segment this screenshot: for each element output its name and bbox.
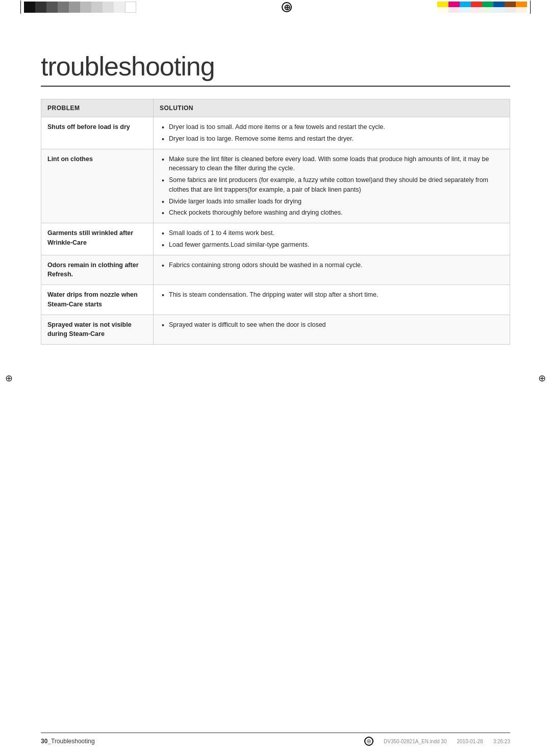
table-row: Odors remain in clothing after Refresh.F… <box>41 255 510 285</box>
table-row: Lint on clothesMake sure the lint filter… <box>41 149 510 223</box>
table-row: Sprayed water is not visible during Stea… <box>41 315 510 345</box>
footer-section: Troubleshooting <box>51 738 95 745</box>
page-title: troubleshooting <box>41 51 510 87</box>
footer-divider <box>41 733 510 733</box>
footer-file-info: DV350-02821A_EN.indd 30 <box>384 739 446 744</box>
problem-cell: Odors remain in clothing after Refresh. <box>41 255 154 285</box>
footer-time: 3:26:23 <box>493 739 510 744</box>
reg-mark-right: ⊕ <box>538 373 546 384</box>
solution-cell: Fabrics containing strong odors should b… <box>154 255 510 285</box>
color-block-lt-brown <box>505 7 516 13</box>
footer-date: 2010-01-28 <box>457 739 483 744</box>
footer-reg-mark: ⊕ <box>364 737 373 746</box>
color-block-brown <box>505 2 516 7</box>
solution-item: Dryer load is too large. Remove some ite… <box>160 134 504 144</box>
solution-item: Make sure the lint filter is cleaned bef… <box>160 154 504 174</box>
color-block-lt-magenta <box>448 7 460 13</box>
color-block <box>114 2 125 13</box>
color-block <box>91 2 103 13</box>
color-block-lt-blue <box>493 7 505 13</box>
right-color-blocks <box>437 2 527 13</box>
color-block-blue <box>493 2 505 7</box>
color-block-lt-cyan <box>460 7 471 13</box>
solution-item: Fabrics containing strong odors should b… <box>160 260 504 270</box>
header-solution: SOLUTION <box>154 99 510 117</box>
solution-item: Small loads of 1 to 4 items work best. <box>160 228 504 238</box>
registration-circle: ⊕ <box>282 2 292 12</box>
header-problem: PROBLEM <box>41 99 154 117</box>
table-header-row: PROBLEM SOLUTION <box>41 99 510 117</box>
color-block-magenta <box>448 2 460 7</box>
problem-cell: Water drips from nozzle when Steam-Care … <box>41 285 154 315</box>
problem-cell: Sprayed water is not visible during Stea… <box>41 315 154 345</box>
problem-cell: Lint on clothes <box>41 149 154 223</box>
problem-cell: Shuts off before load is dry <box>41 117 154 149</box>
solution-item: This is steam condensation. The dripping… <box>160 290 504 300</box>
color-block <box>58 2 69 13</box>
footer-page-number: 30_ <box>41 738 51 745</box>
color-block-yellow <box>437 2 448 7</box>
solution-item: Some fabrics are lint producers (for exa… <box>160 175 504 195</box>
reg-mark-left: ⊕ <box>5 373 13 384</box>
solution-cell: Dryer load is too small. Add more items … <box>154 117 510 149</box>
color-block-orange <box>516 2 527 7</box>
solution-cell: This is steam condensation. The dripping… <box>154 285 510 315</box>
solution-item: Check pockets thoroughly before washing … <box>160 208 504 218</box>
troubleshoot-table: PROBLEM SOLUTION Shuts off before load i… <box>41 99 510 345</box>
table-row: Water drips from nozzle when Steam-Care … <box>41 285 510 315</box>
reg-mark-center: ⊕ <box>282 2 292 12</box>
solution-item: Divide larger loads into smaller loads f… <box>160 197 504 206</box>
color-block-cyan <box>460 2 471 7</box>
solution-cell: Make sure the lint filter is cleaned bef… <box>154 149 510 223</box>
color-block-lt-yellow <box>437 7 448 13</box>
top-color-bar: ⊕ <box>0 0 551 14</box>
solution-cell: Small loads of 1 to 4 items work best.Lo… <box>154 223 510 255</box>
color-block-red <box>471 2 482 7</box>
color-block <box>24 2 35 13</box>
main-content: troubleshooting PROBLEM SOLUTION Shuts o… <box>41 51 510 345</box>
left-color-blocks <box>24 2 136 13</box>
color-block <box>35 2 46 13</box>
color-block-green <box>482 2 493 7</box>
color-block <box>125 2 136 13</box>
solution-item: Load fewer garments.Load similar-type ga… <box>160 240 504 250</box>
solution-item: Dryer load is too small. Add more items … <box>160 122 504 132</box>
top-bar-right <box>437 1 531 14</box>
color-block <box>103 2 114 13</box>
page-footer: 30_ Troubleshooting ⊕ DV350-02821A_EN.in… <box>0 737 551 746</box>
table-row: Garments still wrinkled after Wrinkle-Ca… <box>41 223 510 255</box>
color-block <box>69 2 80 13</box>
color-block-lt-red <box>471 7 482 13</box>
solution-item: Sprayed water is difficult to see when t… <box>160 320 504 330</box>
color-block <box>80 2 91 13</box>
color-block-lt-green <box>482 7 493 13</box>
color-block <box>46 2 58 13</box>
crop-mark-right <box>530 1 531 14</box>
problem-cell: Garments still wrinkled after Wrinkle-Ca… <box>41 223 154 255</box>
top-bar-left <box>20 1 136 14</box>
crop-mark-left <box>20 1 21 14</box>
solution-cell: Sprayed water is difficult to see when t… <box>154 315 510 345</box>
table-row: Shuts off before load is dryDryer load i… <box>41 117 510 149</box>
footer-right: ⊕ DV350-02821A_EN.indd 30 2010-01-28 3:2… <box>364 737 510 746</box>
color-block-lt-orange <box>516 7 527 13</box>
